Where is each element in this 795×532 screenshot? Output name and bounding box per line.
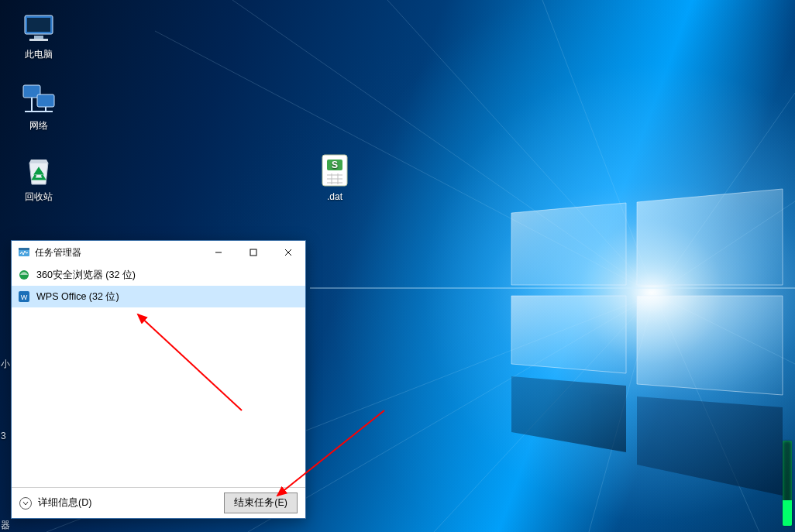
desktop-icon-label: 此电脑 bbox=[9, 49, 68, 60]
network-icon bbox=[20, 81, 57, 118]
chevron-down-icon[interactable] bbox=[19, 497, 32, 510]
svg-text:S: S bbox=[332, 160, 338, 170]
process-list[interactable]: 360安全浏览器 (32 位)WWPS Office (32 位) bbox=[12, 264, 305, 487]
desktop-icon-dat-file[interactable]: S.dat bbox=[305, 152, 364, 202]
process-row[interactable]: WWPS Office (32 位) bbox=[12, 286, 305, 307]
process-name: WPS Office (32 位) bbox=[36, 290, 119, 304]
svg-marker-13 bbox=[511, 203, 626, 285]
svg-text:W: W bbox=[21, 293, 28, 301]
svg-marker-16 bbox=[637, 296, 783, 395]
edge-truncated-text-2: 3 bbox=[1, 431, 6, 441]
titlebar[interactable]: 任务管理器 bbox=[12, 241, 305, 264]
ie-icon bbox=[18, 269, 30, 281]
wps-icon: W bbox=[18, 290, 30, 303]
spreadsheet-icon: S bbox=[316, 152, 353, 189]
svg-rect-23 bbox=[29, 39, 48, 41]
system-meter-gadget bbox=[783, 441, 792, 526]
svg-rect-25 bbox=[37, 94, 54, 107]
details-link[interactable]: 详细信息(D) bbox=[38, 496, 91, 510]
maximize-button[interactable] bbox=[236, 241, 270, 264]
task-manager-icon bbox=[18, 246, 30, 259]
desktop-icon-recycle[interactable]: 回收站 bbox=[9, 152, 68, 202]
close-button[interactable] bbox=[270, 241, 305, 264]
desktop-icon-this-pc[interactable]: 此电脑 bbox=[9, 9, 68, 60]
window-title: 任务管理器 bbox=[35, 246, 81, 259]
end-task-button[interactable]: 结束任务(E) bbox=[224, 493, 298, 513]
process-row[interactable]: 360安全浏览器 (32 位) bbox=[12, 264, 305, 286]
svg-marker-14 bbox=[637, 189, 783, 285]
task-manager-footer: 详细信息(D) 结束任务(E) bbox=[12, 487, 305, 518]
svg-rect-21 bbox=[27, 18, 50, 32]
desktop-icon-label: 网络 bbox=[9, 120, 68, 131]
recycle-icon bbox=[20, 152, 57, 189]
desktop-icon-label: .dat bbox=[305, 191, 364, 202]
desktop-icon-network[interactable]: 网络 bbox=[9, 81, 68, 131]
desktop-icon-label: 回收站 bbox=[9, 191, 68, 202]
task-manager-window[interactable]: 任务管理器 360安全浏览器 (32 位)WWPS Office (32 位) … bbox=[11, 240, 306, 519]
minimize-button[interactable] bbox=[201, 241, 236, 264]
svg-rect-38 bbox=[19, 248, 29, 250]
svg-rect-22 bbox=[34, 36, 43, 39]
svg-marker-15 bbox=[511, 296, 626, 373]
edge-truncated-text-3: 器 bbox=[1, 519, 10, 532]
edge-truncated-text-1: 小 bbox=[1, 358, 10, 371]
pc-icon bbox=[20, 9, 57, 46]
process-name: 360安全浏览器 (32 位) bbox=[36, 269, 136, 282]
svg-rect-40 bbox=[250, 249, 256, 256]
